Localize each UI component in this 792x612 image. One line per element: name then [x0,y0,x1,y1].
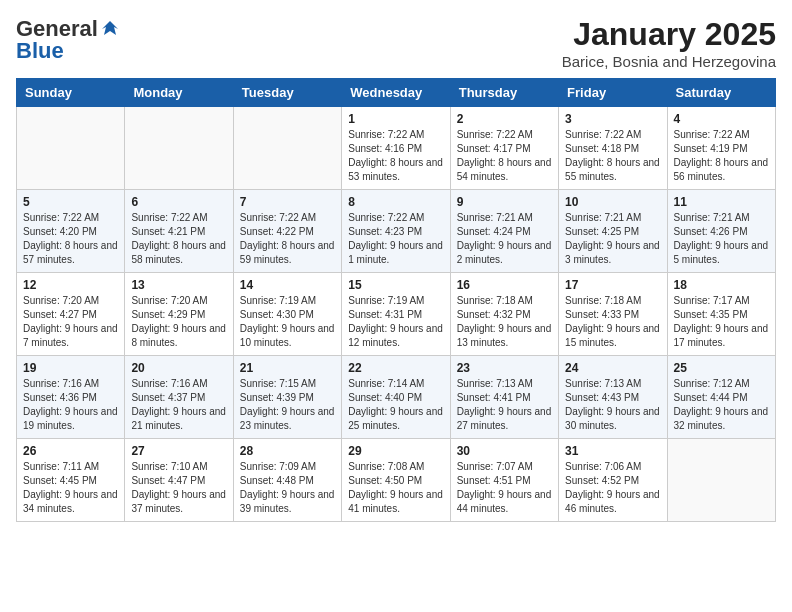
calendar-cell: 16Sunrise: 7:18 AMSunset: 4:32 PMDayligh… [450,273,558,356]
location-subtitle: Barice, Bosnia and Herzegovina [562,53,776,70]
weekday-header: Thursday [450,79,558,107]
day-info: Sunrise: 7:08 AMSunset: 4:50 PMDaylight:… [348,460,443,516]
calendar-cell: 17Sunrise: 7:18 AMSunset: 4:33 PMDayligh… [559,273,667,356]
calendar-cell: 25Sunrise: 7:12 AMSunset: 4:44 PMDayligh… [667,356,775,439]
calendar-cell: 4Sunrise: 7:22 AMSunset: 4:19 PMDaylight… [667,107,775,190]
day-info: Sunrise: 7:22 AMSunset: 4:17 PMDaylight:… [457,128,552,184]
calendar-cell: 12Sunrise: 7:20 AMSunset: 4:27 PMDayligh… [17,273,125,356]
day-info: Sunrise: 7:15 AMSunset: 4:39 PMDaylight:… [240,377,335,433]
weekday-header-row: SundayMondayTuesdayWednesdayThursdayFrid… [17,79,776,107]
weekday-header: Friday [559,79,667,107]
calendar-cell: 1Sunrise: 7:22 AMSunset: 4:16 PMDaylight… [342,107,450,190]
day-number: 22 [348,361,443,375]
day-info: Sunrise: 7:18 AMSunset: 4:32 PMDaylight:… [457,294,552,350]
calendar-cell: 26Sunrise: 7:11 AMSunset: 4:45 PMDayligh… [17,439,125,522]
day-info: Sunrise: 7:22 AMSunset: 4:23 PMDaylight:… [348,211,443,267]
day-info: Sunrise: 7:12 AMSunset: 4:44 PMDaylight:… [674,377,769,433]
calendar-cell: 5Sunrise: 7:22 AMSunset: 4:20 PMDaylight… [17,190,125,273]
day-number: 26 [23,444,118,458]
day-info: Sunrise: 7:21 AMSunset: 4:25 PMDaylight:… [565,211,660,267]
calendar-week-row: 5Sunrise: 7:22 AMSunset: 4:20 PMDaylight… [17,190,776,273]
day-number: 27 [131,444,226,458]
calendar-cell: 15Sunrise: 7:19 AMSunset: 4:31 PMDayligh… [342,273,450,356]
day-info: Sunrise: 7:21 AMSunset: 4:24 PMDaylight:… [457,211,552,267]
calendar-cell: 11Sunrise: 7:21 AMSunset: 4:26 PMDayligh… [667,190,775,273]
day-info: Sunrise: 7:19 AMSunset: 4:30 PMDaylight:… [240,294,335,350]
day-info: Sunrise: 7:22 AMSunset: 4:20 PMDaylight:… [23,211,118,267]
day-number: 15 [348,278,443,292]
day-number: 23 [457,361,552,375]
calendar-cell: 21Sunrise: 7:15 AMSunset: 4:39 PMDayligh… [233,356,341,439]
day-number: 14 [240,278,335,292]
day-number: 28 [240,444,335,458]
day-number: 8 [348,195,443,209]
calendar-cell: 3Sunrise: 7:22 AMSunset: 4:18 PMDaylight… [559,107,667,190]
logo: General Blue [16,16,120,64]
day-number: 16 [457,278,552,292]
day-info: Sunrise: 7:07 AMSunset: 4:51 PMDaylight:… [457,460,552,516]
calendar-cell [125,107,233,190]
calendar-cell: 19Sunrise: 7:16 AMSunset: 4:36 PMDayligh… [17,356,125,439]
day-number: 24 [565,361,660,375]
day-number: 5 [23,195,118,209]
calendar-week-row: 12Sunrise: 7:20 AMSunset: 4:27 PMDayligh… [17,273,776,356]
day-info: Sunrise: 7:22 AMSunset: 4:19 PMDaylight:… [674,128,769,184]
calendar-cell: 8Sunrise: 7:22 AMSunset: 4:23 PMDaylight… [342,190,450,273]
day-number: 25 [674,361,769,375]
day-info: Sunrise: 7:16 AMSunset: 4:36 PMDaylight:… [23,377,118,433]
weekday-header: Sunday [17,79,125,107]
day-number: 10 [565,195,660,209]
calendar-cell: 24Sunrise: 7:13 AMSunset: 4:43 PMDayligh… [559,356,667,439]
calendar-cell: 18Sunrise: 7:17 AMSunset: 4:35 PMDayligh… [667,273,775,356]
calendar-week-row: 1Sunrise: 7:22 AMSunset: 4:16 PMDaylight… [17,107,776,190]
day-info: Sunrise: 7:22 AMSunset: 4:22 PMDaylight:… [240,211,335,267]
calendar-cell: 28Sunrise: 7:09 AMSunset: 4:48 PMDayligh… [233,439,341,522]
weekday-header: Tuesday [233,79,341,107]
day-number: 21 [240,361,335,375]
calendar-cell: 10Sunrise: 7:21 AMSunset: 4:25 PMDayligh… [559,190,667,273]
day-number: 4 [674,112,769,126]
day-info: Sunrise: 7:13 AMSunset: 4:41 PMDaylight:… [457,377,552,433]
calendar-cell [233,107,341,190]
day-info: Sunrise: 7:09 AMSunset: 4:48 PMDaylight:… [240,460,335,516]
calendar-cell [17,107,125,190]
day-number: 11 [674,195,769,209]
day-number: 9 [457,195,552,209]
day-number: 31 [565,444,660,458]
day-number: 2 [457,112,552,126]
calendar-week-row: 19Sunrise: 7:16 AMSunset: 4:36 PMDayligh… [17,356,776,439]
day-number: 19 [23,361,118,375]
day-info: Sunrise: 7:21 AMSunset: 4:26 PMDaylight:… [674,211,769,267]
day-info: Sunrise: 7:22 AMSunset: 4:16 PMDaylight:… [348,128,443,184]
svg-marker-0 [102,21,118,35]
day-number: 1 [348,112,443,126]
title-block: January 2025 Barice, Bosnia and Herzegov… [562,16,776,70]
calendar-cell: 20Sunrise: 7:16 AMSunset: 4:37 PMDayligh… [125,356,233,439]
weekday-header: Saturday [667,79,775,107]
calendar-cell: 29Sunrise: 7:08 AMSunset: 4:50 PMDayligh… [342,439,450,522]
day-info: Sunrise: 7:11 AMSunset: 4:45 PMDaylight:… [23,460,118,516]
calendar-cell: 14Sunrise: 7:19 AMSunset: 4:30 PMDayligh… [233,273,341,356]
day-info: Sunrise: 7:16 AMSunset: 4:37 PMDaylight:… [131,377,226,433]
day-info: Sunrise: 7:18 AMSunset: 4:33 PMDaylight:… [565,294,660,350]
month-title: January 2025 [562,16,776,53]
calendar-table: SundayMondayTuesdayWednesdayThursdayFrid… [16,78,776,522]
calendar-cell: 30Sunrise: 7:07 AMSunset: 4:51 PMDayligh… [450,439,558,522]
calendar-cell: 27Sunrise: 7:10 AMSunset: 4:47 PMDayligh… [125,439,233,522]
day-number: 12 [23,278,118,292]
day-info: Sunrise: 7:19 AMSunset: 4:31 PMDaylight:… [348,294,443,350]
day-info: Sunrise: 7:20 AMSunset: 4:29 PMDaylight:… [131,294,226,350]
day-info: Sunrise: 7:22 AMSunset: 4:18 PMDaylight:… [565,128,660,184]
calendar-cell: 9Sunrise: 7:21 AMSunset: 4:24 PMDaylight… [450,190,558,273]
calendar-cell: 7Sunrise: 7:22 AMSunset: 4:22 PMDaylight… [233,190,341,273]
day-number: 30 [457,444,552,458]
calendar-cell [667,439,775,522]
day-info: Sunrise: 7:14 AMSunset: 4:40 PMDaylight:… [348,377,443,433]
calendar-cell: 6Sunrise: 7:22 AMSunset: 4:21 PMDaylight… [125,190,233,273]
day-number: 7 [240,195,335,209]
logo-bird-icon [100,19,120,39]
day-number: 20 [131,361,226,375]
weekday-header: Wednesday [342,79,450,107]
calendar-cell: 22Sunrise: 7:14 AMSunset: 4:40 PMDayligh… [342,356,450,439]
day-number: 18 [674,278,769,292]
